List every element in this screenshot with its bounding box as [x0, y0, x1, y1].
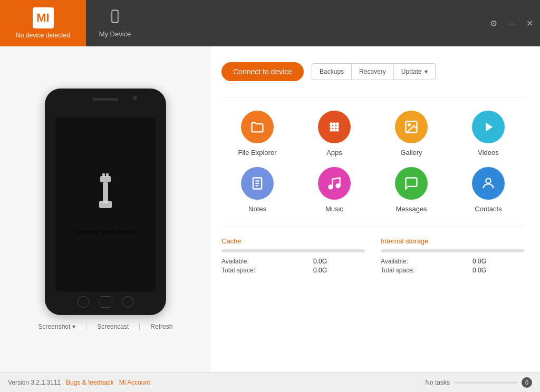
app-item-notes[interactable]: Notes — [221, 167, 293, 213]
main-content: Connect your device Screenshot ▾ Screenc… — [0, 46, 540, 372]
notes-icon — [241, 167, 274, 200]
apps-label: Apps — [326, 149, 342, 156]
internal-bar — [381, 249, 524, 252]
svg-rect-3 — [102, 173, 105, 177]
version-text: Version 3.2.1.3111 — [8, 379, 61, 386]
internal-available-label: Available: — [381, 258, 408, 265]
cache-storage: Cache Available: 0.0G Total space: 0.0G — [221, 237, 365, 274]
titlebar: MI No device detected My Device ⚙ — ✕ — [0, 0, 540, 46]
update-chevron-icon: ▾ — [425, 68, 428, 75]
internal-available-val: 0.0G — [472, 258, 486, 265]
refresh-button[interactable]: Refresh — [150, 323, 172, 330]
phone-panel: Connect your device Screenshot ▾ Screenc… — [0, 46, 211, 372]
phone-menu-btn — [122, 296, 133, 308]
internal-title: Internal storage — [381, 237, 524, 245]
cache-total-val: 0.0G — [313, 267, 327, 274]
no-device-tab[interactable]: MI No device detected — [0, 0, 86, 46]
screencast-button[interactable]: Screencast — [97, 323, 129, 330]
app-item-file-explorer[interactable]: File Explorer — [221, 111, 293, 156]
tasks-count-badge: 0 — [522, 377, 532, 388]
svg-rect-5 — [103, 182, 108, 203]
backups-tab[interactable]: Backups — [312, 63, 352, 80]
cache-available-val: 0.0G — [313, 258, 327, 265]
phone-actions: Screenshot ▾ Screencast Refresh — [38, 323, 173, 330]
connect-to-device-button[interactable]: Connect to device — [221, 62, 304, 81]
bugs-feedback-link[interactable]: Bugs & feedback — [66, 379, 114, 386]
no-tasks-section: No tasks 0 — [425, 377, 532, 388]
app-item-apps[interactable]: Apps — [298, 111, 370, 156]
phone-speaker — [92, 98, 119, 101]
tab-buttons-group: Backups Recovery Update ▾ — [312, 63, 435, 80]
svg-point-11 — [333, 125, 336, 129]
divider — [139, 323, 140, 330]
screenshot-button[interactable]: Screenshot ▾ — [38, 323, 76, 330]
phone-device: Connect your device — [45, 89, 166, 315]
apps-icon — [318, 111, 351, 143]
phone-bottom-buttons — [78, 296, 133, 308]
right-panel: Connect to device Backups Recovery Updat… — [211, 46, 540, 372]
bottom-bar: Version 3.2.1.3111 Bugs & feedback Mi Ac… — [0, 372, 540, 392]
settings-icon[interactable]: ⚙ — [488, 18, 499, 28]
svg-point-13 — [330, 129, 333, 132]
update-tab[interactable]: Update ▾ — [393, 63, 436, 80]
chevron-down-icon: ▾ — [72, 323, 75, 330]
internal-available-row: Available: 0.0G — [381, 258, 486, 265]
svg-point-14 — [333, 129, 336, 132]
cache-total-row: Total space: 0.0G — [221, 267, 327, 274]
apps-grid: File ExplorerAppsGalleryVideosNotesMusic… — [221, 111, 524, 213]
contacts-label: Contacts — [475, 205, 502, 213]
phone-home-btn — [100, 296, 111, 308]
internal-total-label: Total space: — [381, 267, 414, 274]
close-icon[interactable]: ✕ — [524, 18, 535, 28]
app-item-messages[interactable]: Messages — [375, 167, 447, 213]
no-tasks-label: No tasks — [425, 379, 450, 386]
svg-point-15 — [336, 129, 339, 132]
gallery-label: Gallery — [400, 149, 422, 156]
no-device-label: No device detected — [16, 32, 70, 39]
window-controls: ⚙ — ✕ — [488, 18, 535, 28]
app-item-gallery[interactable]: Gallery — [375, 111, 447, 156]
storage-section: Cache Available: 0.0G Total space: 0.0G — [221, 237, 524, 274]
divider-h1 — [221, 97, 524, 97]
mi-account-link[interactable]: Mi Account — [119, 379, 150, 386]
device-icon — [108, 9, 122, 27]
svg-point-12 — [336, 125, 339, 129]
svg-point-17 — [408, 124, 410, 126]
svg-point-23 — [329, 185, 333, 189]
svg-rect-2 — [100, 176, 111, 182]
phone-screen: Connect your device — [55, 117, 156, 291]
cache-available-row: Available: 0.0G — [221, 258, 327, 265]
contacts-icon — [472, 167, 505, 200]
mi-logo: MI — [33, 7, 54, 28]
svg-point-10 — [330, 125, 333, 129]
app-item-videos[interactable]: Videos — [452, 111, 524, 156]
svg-rect-0 — [112, 10, 118, 22]
music-label: Music — [325, 205, 343, 213]
usb-icon — [90, 173, 121, 217]
svg-rect-4 — [106, 173, 109, 177]
svg-point-25 — [486, 179, 490, 183]
my-device-label: My Device — [99, 30, 131, 38]
notes-label: Notes — [248, 205, 266, 213]
my-device-tab[interactable]: My Device — [86, 0, 144, 46]
app-item-music[interactable]: Music — [298, 167, 370, 213]
cache-title: Cache — [221, 237, 365, 245]
internal-total-val: 0.0G — [472, 267, 486, 274]
connect-device-text: Connect your device — [74, 228, 137, 236]
divider-h2 — [221, 226, 524, 227]
messages-label: Messages — [396, 205, 427, 213]
phone-camera — [133, 96, 137, 100]
internal-total-row: Total space: 0.0G — [381, 267, 486, 274]
recovery-tab[interactable]: Recovery — [352, 63, 393, 80]
file-explorer-label: File Explorer — [238, 149, 277, 156]
divider — [86, 323, 86, 330]
videos-label: Videos — [478, 149, 499, 156]
tasks-progress-bar — [454, 381, 517, 384]
app-item-contacts[interactable]: Contacts — [452, 167, 524, 213]
music-icon — [318, 167, 351, 200]
top-actions: Connect to device Backups Recovery Updat… — [221, 62, 524, 81]
cache-available-label: Available: — [221, 258, 249, 265]
file-explorer-icon — [241, 111, 274, 143]
minimize-icon[interactable]: — — [506, 18, 517, 28]
svg-point-24 — [336, 184, 340, 188]
